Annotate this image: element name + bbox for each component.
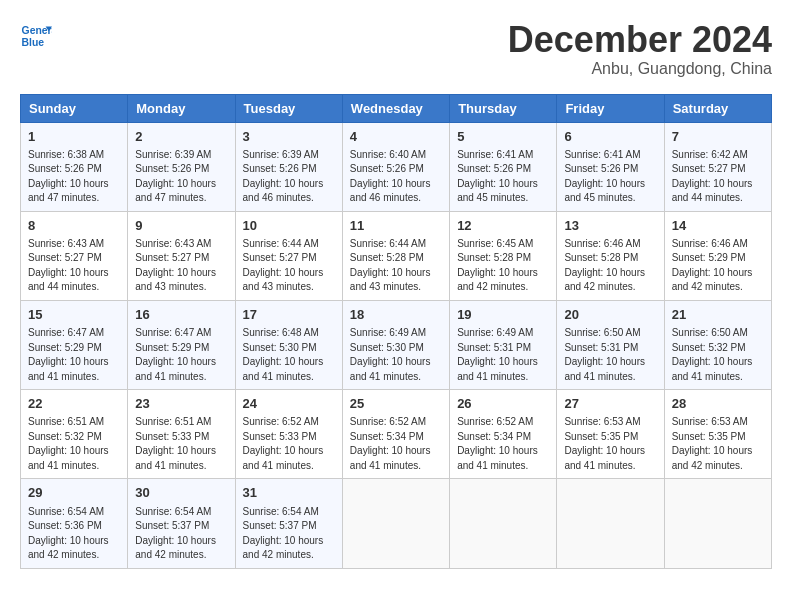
header-section: General Blue December 2024 Anbu, Guangdo… [20,20,772,78]
day-detail: Sunrise: 6:52 AMSunset: 5:33 PMDaylight:… [243,415,335,473]
day-detail: Sunrise: 6:51 AMSunset: 5:32 PMDaylight:… [28,415,120,473]
day-cell: 31Sunrise: 6:54 AMSunset: 5:37 PMDayligh… [235,479,342,568]
subtitle: Anbu, Guangdong, China [508,60,772,78]
day-detail: Sunrise: 6:49 AMSunset: 5:30 PMDaylight:… [350,326,442,384]
day-cell: 6Sunrise: 6:41 AMSunset: 5:26 PMDaylight… [557,122,664,211]
day-cell: 16Sunrise: 6:47 AMSunset: 5:29 PMDayligh… [128,300,235,389]
day-detail: Sunrise: 6:38 AMSunset: 5:26 PMDaylight:… [28,148,120,206]
day-cell: 7Sunrise: 6:42 AMSunset: 5:27 PMDaylight… [664,122,771,211]
day-number: 7 [672,128,764,146]
day-number: 27 [564,395,656,413]
day-detail: Sunrise: 6:51 AMSunset: 5:33 PMDaylight:… [135,415,227,473]
day-number: 11 [350,217,442,235]
day-number: 3 [243,128,335,146]
day-number: 15 [28,306,120,324]
day-detail: Sunrise: 6:54 AMSunset: 5:36 PMDaylight:… [28,505,120,563]
day-detail: Sunrise: 6:43 AMSunset: 5:27 PMDaylight:… [135,237,227,295]
day-cell: 22Sunrise: 6:51 AMSunset: 5:32 PMDayligh… [21,390,128,479]
day-number: 17 [243,306,335,324]
day-cell: 2Sunrise: 6:39 AMSunset: 5:26 PMDaylight… [128,122,235,211]
day-number: 19 [457,306,549,324]
week-row-3: 15Sunrise: 6:47 AMSunset: 5:29 PMDayligh… [21,300,772,389]
day-cell: 13Sunrise: 6:46 AMSunset: 5:28 PMDayligh… [557,211,664,300]
day-number: 25 [350,395,442,413]
weekday-header-saturday: Saturday [664,94,771,122]
svg-text:Blue: Blue [22,37,45,48]
day-detail: Sunrise: 6:50 AMSunset: 5:31 PMDaylight:… [564,326,656,384]
day-detail: Sunrise: 6:39 AMSunset: 5:26 PMDaylight:… [135,148,227,206]
week-row-2: 8Sunrise: 6:43 AMSunset: 5:27 PMDaylight… [21,211,772,300]
day-cell: 20Sunrise: 6:50 AMSunset: 5:31 PMDayligh… [557,300,664,389]
day-number: 18 [350,306,442,324]
day-cell: 26Sunrise: 6:52 AMSunset: 5:34 PMDayligh… [450,390,557,479]
day-detail: Sunrise: 6:41 AMSunset: 5:26 PMDaylight:… [564,148,656,206]
day-cell: 28Sunrise: 6:53 AMSunset: 5:35 PMDayligh… [664,390,771,479]
day-cell: 27Sunrise: 6:53 AMSunset: 5:35 PMDayligh… [557,390,664,479]
day-number: 14 [672,217,764,235]
day-detail: Sunrise: 6:41 AMSunset: 5:26 PMDaylight:… [457,148,549,206]
day-detail: Sunrise: 6:52 AMSunset: 5:34 PMDaylight:… [457,415,549,473]
day-number: 9 [135,217,227,235]
day-cell: 12Sunrise: 6:45 AMSunset: 5:28 PMDayligh… [450,211,557,300]
week-row-5: 29Sunrise: 6:54 AMSunset: 5:36 PMDayligh… [21,479,772,568]
day-cell: 9Sunrise: 6:43 AMSunset: 5:27 PMDaylight… [128,211,235,300]
day-number: 20 [564,306,656,324]
day-cell [557,479,664,568]
day-number: 16 [135,306,227,324]
week-row-1: 1Sunrise: 6:38 AMSunset: 5:26 PMDaylight… [21,122,772,211]
day-detail: Sunrise: 6:44 AMSunset: 5:27 PMDaylight:… [243,237,335,295]
day-number: 13 [564,217,656,235]
day-cell: 21Sunrise: 6:50 AMSunset: 5:32 PMDayligh… [664,300,771,389]
day-number: 12 [457,217,549,235]
day-detail: Sunrise: 6:46 AMSunset: 5:28 PMDaylight:… [564,237,656,295]
day-detail: Sunrise: 6:39 AMSunset: 5:26 PMDaylight:… [243,148,335,206]
day-detail: Sunrise: 6:49 AMSunset: 5:31 PMDaylight:… [457,326,549,384]
day-cell: 11Sunrise: 6:44 AMSunset: 5:28 PMDayligh… [342,211,449,300]
day-number: 8 [28,217,120,235]
day-detail: Sunrise: 6:47 AMSunset: 5:29 PMDaylight:… [28,326,120,384]
day-number: 29 [28,484,120,502]
day-cell: 4Sunrise: 6:40 AMSunset: 5:26 PMDaylight… [342,122,449,211]
title-section: December 2024 Anbu, Guangdong, China [508,20,772,78]
day-number: 6 [564,128,656,146]
day-cell: 17Sunrise: 6:48 AMSunset: 5:30 PMDayligh… [235,300,342,389]
day-cell: 23Sunrise: 6:51 AMSunset: 5:33 PMDayligh… [128,390,235,479]
day-detail: Sunrise: 6:48 AMSunset: 5:30 PMDaylight:… [243,326,335,384]
day-number: 10 [243,217,335,235]
day-detail: Sunrise: 6:44 AMSunset: 5:28 PMDaylight:… [350,237,442,295]
day-number: 5 [457,128,549,146]
day-detail: Sunrise: 6:53 AMSunset: 5:35 PMDaylight:… [564,415,656,473]
weekday-header-row: SundayMondayTuesdayWednesdayThursdayFrid… [21,94,772,122]
main-title: December 2024 [508,20,772,60]
day-number: 26 [457,395,549,413]
day-cell [342,479,449,568]
day-detail: Sunrise: 6:52 AMSunset: 5:34 PMDaylight:… [350,415,442,473]
day-cell: 14Sunrise: 6:46 AMSunset: 5:29 PMDayligh… [664,211,771,300]
weekday-header-friday: Friday [557,94,664,122]
day-detail: Sunrise: 6:46 AMSunset: 5:29 PMDaylight:… [672,237,764,295]
day-cell: 30Sunrise: 6:54 AMSunset: 5:37 PMDayligh… [128,479,235,568]
day-detail: Sunrise: 6:47 AMSunset: 5:29 PMDaylight:… [135,326,227,384]
calendar-table: SundayMondayTuesdayWednesdayThursdayFrid… [20,94,772,569]
day-number: 22 [28,395,120,413]
day-detail: Sunrise: 6:50 AMSunset: 5:32 PMDaylight:… [672,326,764,384]
day-cell: 19Sunrise: 6:49 AMSunset: 5:31 PMDayligh… [450,300,557,389]
day-detail: Sunrise: 6:40 AMSunset: 5:26 PMDaylight:… [350,148,442,206]
day-detail: Sunrise: 6:54 AMSunset: 5:37 PMDaylight:… [135,505,227,563]
day-cell: 5Sunrise: 6:41 AMSunset: 5:26 PMDaylight… [450,122,557,211]
weekday-header-thursday: Thursday [450,94,557,122]
day-cell: 1Sunrise: 6:38 AMSunset: 5:26 PMDaylight… [21,122,128,211]
day-cell: 8Sunrise: 6:43 AMSunset: 5:27 PMDaylight… [21,211,128,300]
day-detail: Sunrise: 6:45 AMSunset: 5:28 PMDaylight:… [457,237,549,295]
day-cell: 15Sunrise: 6:47 AMSunset: 5:29 PMDayligh… [21,300,128,389]
day-number: 2 [135,128,227,146]
day-number: 23 [135,395,227,413]
day-number: 31 [243,484,335,502]
day-cell: 18Sunrise: 6:49 AMSunset: 5:30 PMDayligh… [342,300,449,389]
weekday-header-sunday: Sunday [21,94,128,122]
day-cell: 10Sunrise: 6:44 AMSunset: 5:27 PMDayligh… [235,211,342,300]
day-cell [664,479,771,568]
day-cell: 3Sunrise: 6:39 AMSunset: 5:26 PMDaylight… [235,122,342,211]
day-cell [450,479,557,568]
weekday-header-tuesday: Tuesday [235,94,342,122]
